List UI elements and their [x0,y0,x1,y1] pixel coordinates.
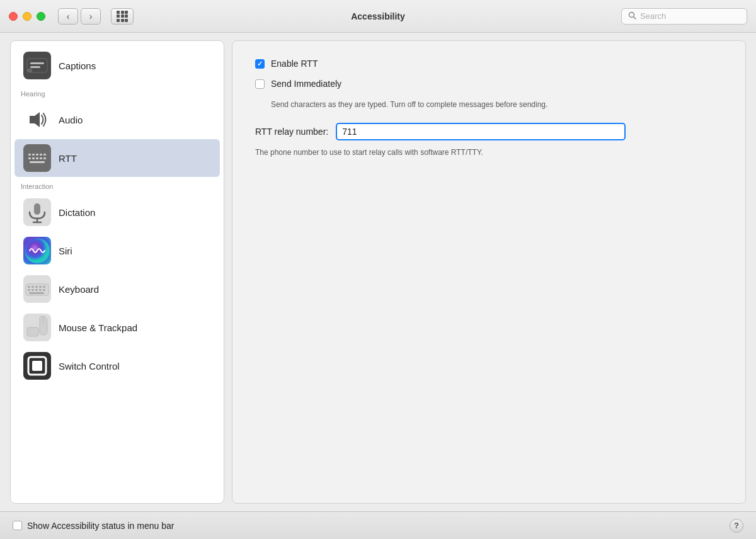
main-content: Captions Hearing Audio [0,33,756,511]
sidebar-item-keyboard[interactable]: Keyboard [14,270,220,308]
sidebar-item-mouse[interactable]: Mouse & Trackpad [14,309,220,346]
sidebar-label-siri: Siri [59,246,72,256]
svg-rect-11 [36,154,38,156]
enable-rtt-row: Enable RTT [255,59,723,69]
svg-rect-40 [32,361,42,371]
svg-rect-34 [43,289,45,291]
sidebar-item-rtt[interactable]: RTT [14,139,220,177]
mouse-icon [23,314,51,341]
close-button[interactable] [9,12,18,21]
svg-rect-13 [43,154,46,156]
traffic-lights [9,12,45,21]
dictation-icon [23,198,51,226]
svg-rect-30 [28,289,30,291]
svg-rect-28 [39,286,42,288]
sidebar-label-dictation: Dictation [59,207,95,218]
send-immediately-label: Send Immediately [271,79,341,89]
svg-rect-31 [32,289,34,291]
rtt-icon [23,144,51,172]
svg-rect-5 [30,66,40,68]
grid-view-button[interactable] [111,8,134,25]
back-button[interactable]: ‹ [58,8,78,25]
relay-row: RTT relay number: [255,123,723,140]
send-description: Send characters as they are typed. Turn … [271,99,636,110]
help-button[interactable]: ? [730,519,743,533]
bottom-bar: Show Accessibility status in menu bar ? [0,511,756,539]
svg-rect-12 [40,154,42,156]
svg-rect-27 [35,286,38,288]
svg-rect-33 [39,289,42,291]
enable-rtt-checkbox[interactable] [255,59,265,69]
svg-rect-16 [36,157,38,159]
titlebar: ‹ › Accessibility [0,0,756,33]
show-status-label: Show Accessibility status in menu bar [27,521,174,531]
sidebar-item-captions[interactable]: Captions [14,47,220,84]
sidebar-label-captions: Captions [59,60,96,71]
svg-rect-25 [28,286,30,288]
search-box[interactable] [621,8,747,25]
sidebar-item-dictation[interactable]: Dictation [14,193,220,231]
grid-icon [117,11,128,22]
svg-rect-18 [43,157,46,159]
svg-rect-4 [30,62,44,64]
sidebar-label-rtt: RTT [59,153,77,164]
send-immediately-checkbox[interactable] [255,79,265,89]
detail-panel: Enable RTT Send Immediately Send charact… [232,40,746,504]
search-icon [628,11,636,21]
svg-rect-6 [27,69,32,72]
svg-rect-29 [43,286,45,288]
sidebar-item-switch[interactable]: Switch Control [14,347,220,385]
siri-icon [23,237,51,264]
svg-rect-36 [27,327,38,336]
enable-rtt-label: Enable RTT [271,59,318,69]
section-label-hearing: Hearing [11,85,224,100]
show-status-checkbox[interactable] [13,521,22,530]
svg-rect-10 [32,154,35,156]
svg-line-1 [634,16,636,19]
sidebar: Captions Hearing Audio [10,40,224,504]
svg-rect-20 [34,203,40,215]
svg-rect-19 [30,161,45,163]
svg-rect-14 [28,157,31,159]
svg-rect-32 [35,289,38,291]
relay-description: The phone number to use to start relay c… [255,147,723,158]
sidebar-item-siri[interactable]: Siri [14,232,220,270]
sidebar-label-keyboard: Keyboard [59,284,99,295]
section-label-interaction: Interaction [11,178,224,193]
svg-rect-26 [32,286,34,288]
sidebar-item-audio[interactable]: Audio [14,101,220,139]
sidebar-label-audio: Audio [59,115,83,125]
nav-buttons: ‹ › [58,8,101,25]
forward-button[interactable]: › [81,8,101,25]
svg-rect-17 [40,157,42,159]
svg-rect-35 [29,292,44,294]
bottom-left: Show Accessibility status in menu bar [13,521,174,531]
search-input[interactable] [640,11,740,21]
send-immediately-row: Send Immediately [255,79,723,89]
relay-input[interactable] [336,123,626,140]
switch-icon [23,352,51,380]
sidebar-label-mouse: Mouse & Trackpad [59,322,137,333]
svg-rect-9 [28,154,31,156]
captions-icon [23,52,51,79]
audio-icon [23,106,51,133]
svg-marker-7 [30,112,40,127]
relay-label: RTT relay number: [255,127,328,137]
window-title: Accessibility [351,11,405,21]
keyboard-icon [23,275,51,303]
minimize-button[interactable] [23,12,32,21]
maximize-button[interactable] [37,12,45,21]
sidebar-label-switch: Switch Control [59,361,120,372]
svg-rect-15 [32,157,35,159]
